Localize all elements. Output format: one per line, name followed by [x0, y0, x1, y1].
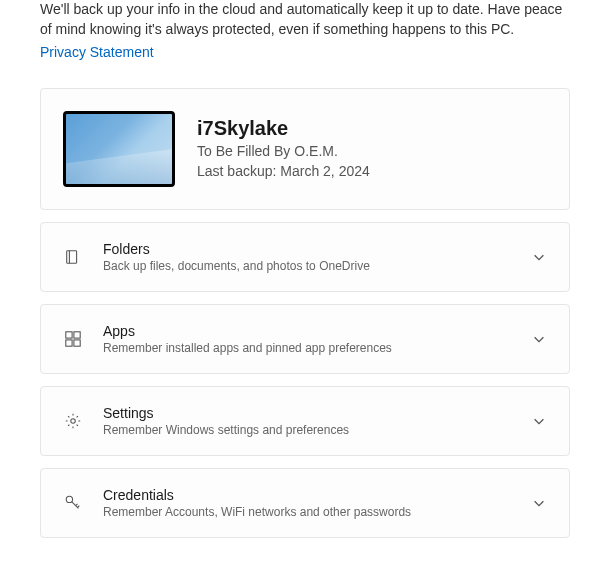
- svg-point-5: [71, 419, 76, 424]
- device-card: i7Skylake To Be Filled By O.E.M. Last ba…: [40, 88, 570, 210]
- folders-row[interactable]: Folders Back up files, documents, and ph…: [40, 222, 570, 292]
- chevron-down-icon: [531, 249, 547, 265]
- apps-text: Apps Remember installed apps and pinned …: [103, 323, 511, 355]
- settings-text: Settings Remember Windows settings and p…: [103, 405, 511, 437]
- apps-row[interactable]: Apps Remember installed apps and pinned …: [40, 304, 570, 374]
- apps-desc: Remember installed apps and pinned app p…: [103, 341, 511, 355]
- folders-text: Folders Back up files, documents, and ph…: [103, 241, 511, 273]
- device-info: i7Skylake To Be Filled By O.E.M. Last ba…: [197, 117, 370, 181]
- intro-description: We'll back up your info in the cloud and…: [0, 0, 610, 43]
- svg-rect-2: [74, 332, 80, 338]
- chevron-down-icon: [531, 413, 547, 429]
- gear-icon: [63, 411, 83, 431]
- credentials-text: Credentials Remember Accounts, WiFi netw…: [103, 487, 511, 519]
- svg-point-6: [66, 496, 72, 502]
- key-icon: [63, 493, 83, 513]
- chevron-down-icon: [531, 495, 547, 511]
- apps-title: Apps: [103, 323, 511, 339]
- folders-title: Folders: [103, 241, 511, 257]
- settings-title: Settings: [103, 405, 511, 421]
- svg-rect-0: [67, 251, 77, 264]
- svg-rect-3: [66, 340, 72, 346]
- device-thumbnail: [63, 111, 175, 187]
- chevron-down-icon: [531, 331, 547, 347]
- settings-desc: Remember Windows settings and preference…: [103, 423, 511, 437]
- folder-icon: [63, 247, 83, 267]
- svg-rect-4: [74, 340, 80, 346]
- folders-desc: Back up files, documents, and photos to …: [103, 259, 511, 273]
- settings-row[interactable]: Settings Remember Windows settings and p…: [40, 386, 570, 456]
- privacy-statement-link[interactable]: Privacy Statement: [0, 44, 194, 88]
- device-last-backup: Last backup: March 2, 2024: [197, 162, 370, 182]
- device-oem: To Be Filled By O.E.M.: [197, 142, 370, 162]
- device-name: i7Skylake: [197, 117, 370, 140]
- credentials-desc: Remember Accounts, WiFi networks and oth…: [103, 505, 511, 519]
- apps-icon: [63, 329, 83, 349]
- svg-rect-1: [66, 332, 72, 338]
- credentials-title: Credentials: [103, 487, 511, 503]
- credentials-row[interactable]: Credentials Remember Accounts, WiFi netw…: [40, 468, 570, 538]
